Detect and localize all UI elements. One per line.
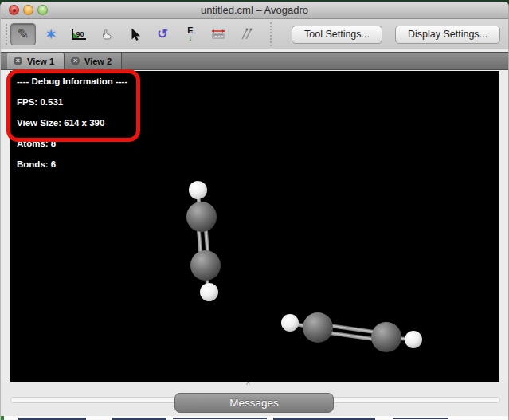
- atom-C[interactable]: [186, 202, 217, 232]
- messages-button[interactable]: Messages: [174, 393, 334, 413]
- display-settings-button[interactable]: Display Settings...: [395, 26, 500, 44]
- toolbar: ✎ ✶ 90 ↺ E ↓: [1, 19, 508, 49]
- angle-90-icon: 90: [72, 29, 85, 40]
- view-tab-bar: × View 1 × View 2: [1, 52, 508, 70]
- auto-optimize-tool-button[interactable]: E ↓: [178, 23, 203, 45]
- tool-settings-button[interactable]: Tool Settings...: [292, 26, 382, 44]
- atom-H[interactable]: [281, 314, 299, 332]
- hand-icon: [100, 28, 113, 41]
- navigate-star-icon: ✶: [45, 28, 57, 41]
- clipped-text-fragment: [393, 418, 448, 419]
- toolbar-drag-handle[interactable]: [6, 24, 8, 45]
- ruler-measure-icon: [210, 29, 226, 40]
- tab-view-1-label: View 1: [27, 57, 54, 66]
- close-tab-icon[interactable]: ×: [71, 57, 80, 65]
- manipulate-tool-button[interactable]: [94, 23, 119, 45]
- atom-C[interactable]: [303, 312, 333, 343]
- debug-bonds: Bonds: 6: [17, 159, 56, 169]
- clipped-text-fragment: [173, 418, 267, 419]
- clipped-console-row: [1, 416, 508, 420]
- align-tool-button[interactable]: [233, 23, 259, 45]
- close-tab-icon[interactable]: ×: [14, 57, 22, 65]
- measure-tool-button[interactable]: [206, 23, 231, 45]
- atom-H[interactable]: [405, 331, 422, 348]
- bottom-panel: ^ Messages: [1, 382, 508, 420]
- toolbar-separator: [270, 22, 272, 46]
- align-lines-icon: [239, 28, 253, 41]
- selection-tool-button[interactable]: [122, 23, 147, 45]
- bond-centric-tool-button[interactable]: 90: [66, 23, 92, 45]
- draw-tool-button[interactable]: ✎: [10, 23, 36, 45]
- pencil-icon: ✎: [17, 27, 29, 41]
- auto-rotate-tool-button[interactable]: ↺: [150, 23, 175, 45]
- atom-C[interactable]: [371, 322, 401, 352]
- atom-H[interactable]: [189, 181, 207, 199]
- tab-view-2[interactable]: × View 2: [65, 53, 122, 69]
- tab-view-1[interactable]: × View 1: [7, 53, 65, 69]
- window-title: untitled.cml – Avogadro: [1, 4, 508, 16]
- atom-C[interactable]: [190, 250, 221, 281]
- navigate-tool-button[interactable]: ✶: [38, 23, 64, 45]
- red-highlight-annotation: [6, 69, 140, 142]
- avogadro-window: untitled.cml – Avogadro ✎ ✶ 90 ↺ E: [0, 2, 509, 420]
- auto-optimize-icon: E ↓: [187, 28, 193, 41]
- clipped-text-fragment: [1, 416, 4, 420]
- rotate-icon: ↺: [157, 28, 167, 41]
- cursor-arrow-icon: [128, 28, 141, 41]
- atom-H[interactable]: [200, 283, 218, 301]
- splitter-caret-icon: ^: [246, 381, 250, 390]
- title-bar[interactable]: untitled.cml – Avogadro: [1, 2, 508, 19]
- tab-view-2-label: View 2: [84, 57, 112, 66]
